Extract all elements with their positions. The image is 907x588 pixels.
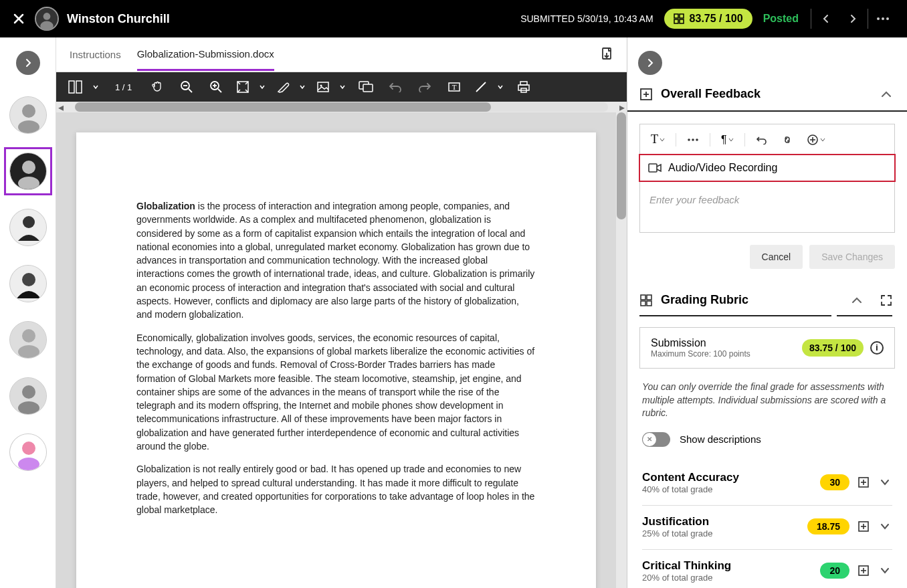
zoom-in-tool[interactable] [203, 74, 229, 100]
svg-point-28 [18, 458, 39, 471]
crit-expand-icon[interactable] [878, 475, 892, 490]
student-thumb-6[interactable] [9, 377, 47, 415]
pan-tool[interactable] [144, 74, 171, 100]
crit-sub: 40% of total grade [642, 484, 813, 494]
crit-feedback-icon[interactable] [856, 563, 871, 578]
student-thumb-2-selected[interactable] [9, 153, 47, 190]
download-icon[interactable] [600, 47, 613, 62]
svg-line-46 [476, 82, 486, 92]
crit-sub: 20% of total grade [642, 573, 813, 583]
comment-tool[interactable] [352, 74, 379, 100]
svg-point-11 [22, 104, 35, 118]
submission-score-card: Submission Maximum Score: 100 points 83.… [639, 327, 895, 369]
svg-point-53 [688, 138, 690, 141]
audio-video-recording-button[interactable]: Audio/Video Recording [639, 154, 896, 182]
doc-paragraph-3: Globalization is not really entirely goo… [136, 462, 536, 516]
highlight-tool[interactable] [272, 80, 310, 94]
prev-student-button[interactable] [813, 5, 839, 32]
student-thumb-5[interactable] [9, 321, 47, 359]
crit-feedback-icon[interactable] [856, 519, 871, 534]
show-descriptions-toggle[interactable] [642, 432, 670, 447]
tab-instructions[interactable]: Instructions [70, 39, 121, 70]
more-tool[interactable] [682, 134, 704, 146]
rubric-header: Grading Rubric [627, 284, 907, 315]
svg-rect-3 [674, 14, 678, 18]
svg-point-1 [43, 13, 51, 20]
svg-point-27 [22, 442, 35, 455]
svg-point-17 [23, 216, 35, 228]
redo-tool[interactable] [411, 74, 438, 100]
link-tool[interactable] [776, 132, 799, 148]
rubric-expand-icon[interactable] [880, 294, 892, 306]
student-thumb-7[interactable] [9, 433, 47, 471]
crit-expand-icon[interactable] [878, 563, 892, 578]
student-thumb-4[interactable] [9, 265, 47, 302]
svg-point-25 [18, 401, 39, 415]
rail-collapse-button[interactable] [16, 51, 40, 75]
more-options-button[interactable] [870, 5, 896, 32]
student-rail [0, 37, 56, 588]
crit-title: Content Accuracy [642, 471, 813, 484]
text-format-tool[interactable]: T [645, 128, 670, 151]
doc-scroll-area: ◂ ▸ Globalization is the process of inte… [56, 102, 627, 588]
panel-collapse-button[interactable] [638, 51, 662, 75]
svg-rect-61 [647, 295, 651, 300]
toggle-label: Show descriptions [680, 433, 761, 445]
feedback-add-icon[interactable] [639, 88, 653, 101]
info-icon[interactable]: i [870, 341, 884, 355]
crit-score-pill: 30 [820, 474, 849, 490]
svg-text:T: T [452, 83, 457, 91]
svg-line-33 [189, 89, 192, 92]
feedback-title: Overall Feedback [661, 87, 872, 101]
student-avatar [35, 7, 59, 31]
svg-point-41 [320, 85, 322, 87]
undo-tool[interactable] [382, 74, 409, 100]
fit-tool[interactable] [232, 80, 270, 94]
av-label: Audio/Video Recording [668, 162, 777, 174]
svg-rect-5 [674, 19, 678, 23]
draw-tool[interactable] [470, 80, 508, 94]
crit-score-pill: 18.75 [807, 518, 849, 534]
cancel-button[interactable]: Cancel [750, 245, 803, 269]
svg-point-24 [22, 385, 35, 399]
print-tool[interactable] [510, 74, 537, 100]
crit-score-pill: 20 [820, 563, 849, 579]
student-thumb-1[interactable] [9, 96, 47, 134]
crit-expand-icon[interactable] [878, 519, 892, 534]
close-button[interactable] [11, 11, 27, 27]
layout-tool[interactable] [64, 80, 103, 94]
criterion-content-accuracy: Content Accuracy 40% of total grade 30 [642, 462, 892, 506]
svg-point-21 [22, 329, 35, 342]
zoom-out-tool[interactable] [173, 74, 200, 100]
score-pill[interactable]: 83.75 / 100 [664, 9, 752, 29]
svg-rect-62 [641, 301, 645, 306]
svg-point-8 [882, 17, 884, 20]
add-more-tool[interactable] [801, 130, 831, 150]
image-tool[interactable] [312, 80, 350, 94]
textbox-tool[interactable]: T [441, 74, 468, 100]
paragraph-tool[interactable]: ¶ [716, 130, 739, 150]
student-thumb-3[interactable] [9, 209, 47, 246]
rubric-title: Grading Rubric [661, 293, 843, 307]
save-button[interactable]: Save Changes [809, 245, 895, 269]
undo-editor-tool[interactable] [750, 131, 773, 149]
crit-title: Justification [642, 515, 801, 528]
svg-point-22 [18, 345, 39, 359]
rubric-collapse-icon[interactable] [851, 296, 863, 304]
feedback-collapse-icon[interactable] [880, 90, 892, 98]
grading-panel: Overall Feedback T ¶ Audio/Video Recordi… [627, 37, 907, 588]
max-score-label: Maximum Score: 100 points [651, 349, 802, 359]
vertical-scrollbar[interactable] [616, 112, 627, 588]
tab-document[interactable]: Globalization-Submission.docx [137, 39, 274, 71]
override-note: You can only override the final grade fo… [627, 381, 907, 432]
feedback-textarea[interactable]: Enter your feedback [640, 181, 894, 232]
svg-line-36 [218, 89, 221, 92]
crit-feedback-icon[interactable] [856, 475, 871, 490]
svg-rect-60 [641, 295, 645, 300]
svg-point-14 [22, 161, 35, 174]
top-header: Winston Churchill SUBMITTED 5/30/19, 10:… [0, 0, 907, 37]
next-student-button[interactable] [839, 5, 866, 32]
horizontal-scrollbar[interactable]: ◂ ▸ [56, 102, 627, 112]
svg-point-7 [877, 17, 880, 20]
svg-rect-4 [680, 14, 684, 18]
